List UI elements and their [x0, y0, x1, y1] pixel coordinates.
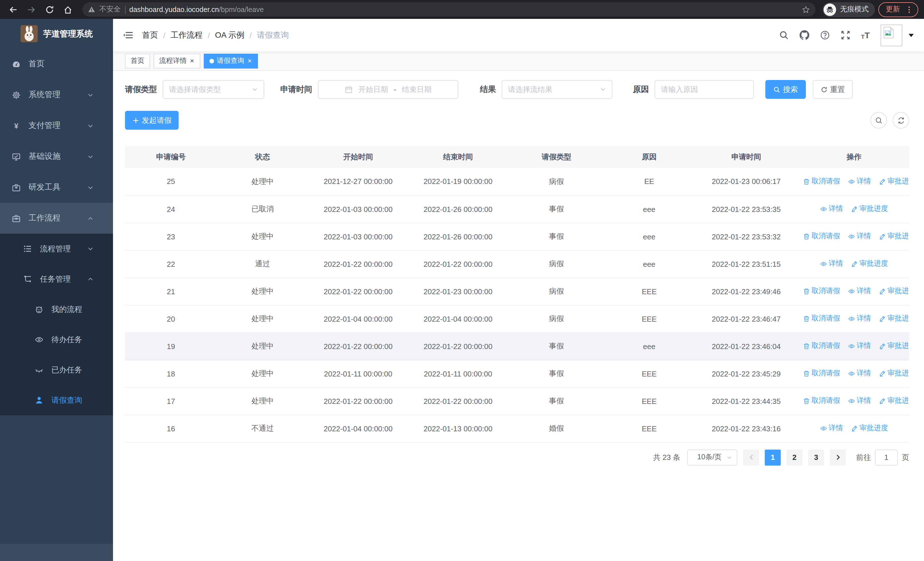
action-detail-link[interactable]: 详情	[848, 232, 871, 241]
action-progress-link[interactable]: 审批进度	[879, 232, 909, 241]
breadcrumb-item[interactable]: OA 示例	[215, 30, 244, 40]
sidebar-item-流程管理[interactable]: 流程管理	[0, 234, 113, 264]
action-detail-link[interactable]: 详情	[848, 176, 871, 186]
sidebar-item-已办任务[interactable]: 已办任务	[0, 355, 113, 385]
action-detail-link[interactable]: 详情	[848, 396, 871, 406]
page-button-1[interactable]: 1	[765, 449, 781, 465]
action-progress-link[interactable]: 审批进度	[879, 176, 909, 186]
sidebar-item-基础设施[interactable]: 基础设施	[0, 141, 113, 172]
sidebar-item-任务管理[interactable]: 任务管理	[0, 264, 113, 294]
sidebar-item-待办任务[interactable]: 待办任务	[0, 325, 113, 355]
sidebar-collapse-icon[interactable]	[123, 30, 133, 40]
cell-status: 处理中	[217, 360, 308, 387]
eye-closed-icon	[34, 365, 44, 374]
browser-reload-button[interactable]	[42, 2, 57, 17]
view-icon	[820, 425, 827, 432]
help-icon[interactable]	[820, 30, 830, 40]
breadcrumb-item[interactable]: 首页	[142, 30, 158, 40]
sidebar-item-系统管理[interactable]: 系统管理	[0, 80, 113, 110]
tab-close-icon[interactable]	[247, 58, 252, 63]
action-progress-link[interactable]: 审批进度	[851, 424, 888, 433]
search-button[interactable]: 搜索	[765, 80, 806, 99]
tab-首页[interactable]: 首页	[125, 53, 150, 68]
sidebar-item-支付管理[interactable]: ¥支付管理	[0, 110, 113, 141]
cell-status: 处理中	[217, 305, 308, 332]
sidebar-item-请假查询[interactable]: 请假查询	[0, 385, 113, 415]
avatar-caret-icon[interactable]	[909, 33, 914, 37]
page-button-3[interactable]: 3	[808, 449, 824, 465]
sidebar-item-研发工具[interactable]: 研发工具	[0, 172, 113, 203]
action-progress-link[interactable]: 审批进度	[851, 259, 888, 269]
next-page-button[interactable]	[830, 449, 846, 465]
tab-close-icon[interactable]	[189, 58, 195, 63]
result-select[interactable]: 请选择流结果	[502, 80, 612, 99]
create-leave-button[interactable]: 发起请假	[125, 111, 178, 130]
browser-back-button[interactable]	[6, 2, 21, 17]
apply-time-range-picker[interactable]: 开始日期 - 结束日期	[318, 80, 458, 99]
browser-menu-icon[interactable]	[905, 5, 913, 14]
app-logo[interactable]: 芋道管理系统	[0, 19, 113, 48]
page-size-select[interactable]: 10条/页	[687, 449, 737, 465]
trash-icon	[803, 343, 810, 350]
reason-input[interactable]	[661, 85, 748, 94]
leave-type-select[interactable]: 请选择请假类型	[163, 80, 264, 99]
address-bar[interactable]: 不安全 dashboard.yudao.iocoder.cn/bpm/oa/le…	[82, 2, 816, 17]
cell-applied: 2022-01-22 23:53:32	[693, 223, 799, 250]
font-size-icon[interactable]: TT	[861, 30, 870, 40]
github-icon[interactable]	[799, 30, 809, 40]
avatar[interactable]	[880, 24, 902, 46]
action-detail-link[interactable]: 详情	[848, 369, 871, 379]
tab-流程详情[interactable]: 流程详情	[153, 53, 200, 68]
breadcrumb-item[interactable]: 工作流程	[171, 30, 202, 40]
fullscreen-icon[interactable]	[840, 30, 850, 40]
sidebar-item-工作流程[interactable]: 工作流程	[0, 203, 113, 234]
browser-update-button[interactable]: 更新	[878, 2, 918, 17]
action-detail-link[interactable]: 详情	[820, 204, 843, 214]
action-label: 详情	[856, 396, 871, 406]
action-detail-link[interactable]: 详情	[848, 314, 871, 323]
bookmark-star-icon[interactable]	[802, 5, 810, 14]
view-icon	[848, 315, 855, 322]
browser-forward-button[interactable]	[24, 2, 39, 17]
browser-home-button[interactable]	[60, 2, 75, 17]
action-detail-link[interactable]: 详情	[848, 341, 871, 351]
goto-page-input[interactable]	[875, 449, 898, 465]
sidebar-collapse-bar[interactable]	[0, 544, 113, 561]
action-progress-link[interactable]: 审批进度	[879, 396, 909, 406]
header-search-icon[interactable]	[779, 30, 789, 40]
reset-button[interactable]: 重置	[813, 80, 853, 99]
sidebar-item-首页[interactable]: 首页	[0, 48, 113, 80]
cell-status: 已取消	[217, 196, 308, 223]
action-cancel-link[interactable]: 取消请假	[803, 286, 840, 296]
cell-type: 事假	[508, 360, 605, 387]
action-label: 详情	[829, 424, 843, 433]
action-cancel-link[interactable]: 取消请假	[803, 369, 840, 379]
action-detail-link[interactable]: 详情	[820, 259, 843, 269]
column-header-申请编号: 申请编号	[125, 146, 217, 168]
refresh-table-button[interactable]	[892, 112, 909, 129]
action-detail-link[interactable]: 详情	[848, 286, 871, 296]
action-cancel-link[interactable]: 取消请假	[803, 341, 840, 351]
action-cancel-link[interactable]: 取消请假	[803, 232, 840, 241]
cell-applied: 2022-01-22 23:51:15	[693, 250, 799, 278]
action-cancel-link[interactable]: 取消请假	[803, 314, 840, 323]
action-progress-link[interactable]: 审批进度	[879, 286, 909, 296]
toggle-search-button[interactable]	[870, 112, 887, 129]
action-progress-link[interactable]: 审批进度	[879, 314, 909, 323]
tab-请假查询[interactable]: 请假查询	[204, 53, 258, 68]
sidebar-item-我的流程[interactable]: 我的流程	[0, 294, 113, 325]
action-cancel-link[interactable]: 取消请假	[803, 176, 840, 186]
page-button-2[interactable]: 2	[786, 449, 802, 465]
action-progress-link[interactable]: 审批进度	[879, 341, 909, 351]
cell-reason: EEE	[605, 278, 693, 305]
chevron-down-icon	[726, 454, 732, 460]
action-detail-link[interactable]: 详情	[820, 424, 843, 433]
incognito-label: 无痕模式	[840, 5, 868, 14]
action-progress-link[interactable]: 审批进度	[879, 369, 909, 379]
action-progress-link[interactable]: 审批进度	[851, 204, 888, 214]
sidebar-item-label: 流程管理	[40, 244, 71, 254]
prev-page-button[interactable]	[743, 449, 759, 465]
cell-actions: 取消请假详情审批进度	[799, 223, 909, 250]
action-label: 审批进度	[888, 369, 909, 379]
action-cancel-link[interactable]: 取消请假	[803, 396, 840, 406]
